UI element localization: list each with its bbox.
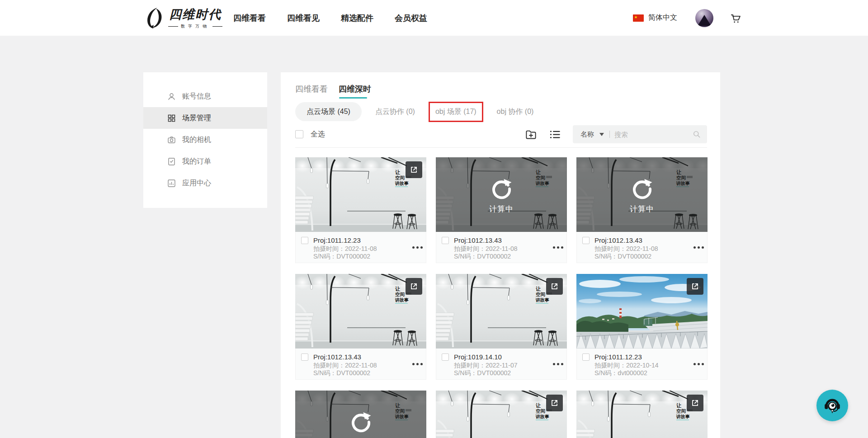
computing-overlay: 计算中 bbox=[295, 391, 426, 438]
card-thumbnail[interactable]: 让 空间 讲故事 bbox=[295, 157, 426, 232]
open-scene-icon[interactable] bbox=[687, 278, 703, 295]
card-thumbnail[interactable] bbox=[576, 274, 708, 349]
card-checkbox[interactable] bbox=[442, 353, 449, 361]
card-sn-value: dvt000002 bbox=[618, 369, 647, 377]
cart-icon[interactable] bbox=[729, 12, 742, 24]
card-shoot-label: 拍摄时间： bbox=[454, 362, 486, 369]
svg-text:空间: 空间 bbox=[395, 292, 405, 297]
open-scene-icon[interactable] bbox=[406, 278, 422, 295]
search-category-select[interactable]: 名称 bbox=[580, 130, 594, 139]
filter-pointcloud-collab[interactable]: 点云协作 (0) bbox=[375, 107, 415, 117]
china-flag-icon bbox=[633, 14, 644, 22]
list-view-icon[interactable] bbox=[549, 128, 561, 141]
customer-service-button[interactable] bbox=[816, 390, 848, 421]
card-sn-value: DVT000002 bbox=[477, 369, 511, 377]
card-info: Proj:1012.13.43 拍摄时间：2022-11-08 S/N码：DVT… bbox=[295, 349, 426, 380]
scene-card: 让 空间 讲故事 计算中 bbox=[295, 391, 426, 438]
top-navbar: 四维时代 数字万物 四维看看 四维看见 精选配件 会员权益 简体中文 bbox=[0, 0, 868, 36]
sidebar-item-my-orders[interactable]: 我的订单 bbox=[143, 151, 267, 172]
select-all-checkbox[interactable] bbox=[295, 130, 303, 138]
card-thumbnail[interactable]: 让 空间 讲故事 bbox=[436, 391, 567, 438]
card-shoot-label: 拍摄时间： bbox=[594, 245, 626, 252]
svg-text:讲故事: 讲故事 bbox=[395, 297, 409, 302]
toolbar: 全选 名称 bbox=[295, 125, 707, 143]
card-shoot-label: 拍摄时间： bbox=[313, 362, 345, 369]
more-options-icon[interactable] bbox=[698, 246, 700, 249]
tab-siwei-kankan[interactable]: 四维看看 bbox=[295, 84, 328, 98]
card-shoot-date: 2022-11-08 bbox=[486, 245, 518, 252]
user-icon bbox=[167, 92, 176, 101]
card-thumbnail[interactable]: 让 空间 讲故事 计算中 bbox=[295, 391, 426, 438]
card-shoot-label: 拍摄时间： bbox=[594, 362, 626, 369]
brand-logo[interactable]: 四维时代 数字万物 bbox=[144, 6, 222, 29]
open-scene-icon[interactable] bbox=[687, 395, 703, 411]
svg-text:讲故事: 讲故事 bbox=[535, 414, 549, 419]
card-sn-value: DVT000002 bbox=[618, 253, 651, 260]
open-scene-icon[interactable] bbox=[546, 278, 563, 295]
camera-icon bbox=[167, 135, 176, 145]
nav-item-kankan[interactable]: 四维看看 bbox=[233, 13, 266, 24]
sidebar-item-app-center[interactable]: 应用中心 bbox=[143, 172, 267, 194]
computing-overlay: 计算中 bbox=[576, 157, 708, 232]
filter-obj-scene[interactable]: obj 场景 (17) bbox=[435, 107, 476, 117]
card-checkbox[interactable] bbox=[442, 237, 449, 244]
card-checkbox[interactable] bbox=[582, 237, 590, 244]
card-sn-label: S/N码： bbox=[594, 369, 618, 377]
card-checkbox[interactable] bbox=[301, 237, 308, 244]
scene-card: 让 空间 讲故事 计算中 Proj:1012.13.43 拍摄时间：2022-1… bbox=[576, 157, 708, 263]
nav-item-membership[interactable]: 会员权益 bbox=[395, 13, 427, 24]
search-icon[interactable] bbox=[692, 130, 701, 139]
card-shoot-date: 2022-11-08 bbox=[345, 245, 377, 252]
sidebar-item-scene-management[interactable]: 场景管理 bbox=[143, 107, 267, 129]
support-mascot-icon bbox=[821, 395, 843, 416]
more-options-icon[interactable] bbox=[416, 246, 419, 249]
nav-item-kanjian[interactable]: 四维看见 bbox=[287, 13, 320, 24]
nav-item-accessories[interactable]: 精选配件 bbox=[341, 13, 373, 24]
search-input[interactable] bbox=[614, 131, 692, 138]
filter-obj-collab[interactable]: obj 协作 (0) bbox=[497, 107, 534, 117]
language-selector[interactable]: 简体中文 bbox=[648, 13, 677, 23]
card-sn-label: S/N码： bbox=[594, 253, 618, 260]
page: 四维时代 数字万物 四维看看 四维看见 精选配件 会员权益 简体中文 bbox=[0, 0, 868, 438]
sidebar-item-my-camera[interactable]: 我的相机 bbox=[143, 129, 267, 151]
card-thumbnail[interactable]: 让 空间 讲故事 计算中 bbox=[436, 157, 567, 232]
card-info: Proj:1012.13.43 拍摄时间：2022-11-08 S/N码：DVT… bbox=[576, 232, 708, 263]
annotation-highlight-box: obj 场景 (17) bbox=[429, 102, 483, 122]
svg-text:让: 让 bbox=[536, 403, 541, 408]
sidebar-item-account-info[interactable]: 账号信息 bbox=[143, 85, 267, 107]
card-shoot-date: 2022-11-08 bbox=[626, 245, 658, 252]
card-thumbnail[interactable]: 让 空间 讲故事 bbox=[295, 274, 426, 349]
header-right: 简体中文 bbox=[633, 0, 742, 36]
card-grid: 让 空间 讲故事 Proj:1011.12.23 拍摄时间：2022-11-08… bbox=[295, 157, 707, 438]
scene-card: 让 空间 讲故事 Proj:1011.12.23 拍摄时间：2022-11-08… bbox=[295, 157, 426, 263]
card-checkbox[interactable] bbox=[582, 353, 590, 361]
user-avatar[interactable] bbox=[695, 9, 713, 27]
card-checkbox[interactable] bbox=[301, 353, 308, 361]
chevron-down-icon[interactable] bbox=[599, 133, 604, 136]
card-thumbnail[interactable]: 让 空间 讲故事 bbox=[436, 274, 567, 349]
new-folder-icon[interactable] bbox=[525, 128, 537, 141]
card-info: Proj:1011.12.23 拍摄时间：2022-10-14 S/N码：dvt… bbox=[576, 349, 708, 380]
apps-icon bbox=[167, 179, 176, 188]
tab-siwei-shenshi[interactable]: 四维深时 bbox=[339, 84, 371, 98]
card-thumbnail[interactable]: 让 空间 讲故事 计算中 bbox=[576, 157, 708, 232]
logo-icon bbox=[144, 7, 165, 29]
scene-card: 让 空间 讲故事 Proj:1012.13.43 拍摄时间：2022-11-08… bbox=[295, 274, 426, 380]
open-scene-icon[interactable] bbox=[406, 161, 422, 178]
more-options-icon[interactable] bbox=[557, 363, 559, 365]
card-thumbnail[interactable]: 让 空间 讲故事 bbox=[576, 391, 708, 438]
svg-text:讲故事: 讲故事 bbox=[395, 181, 409, 186]
more-options-icon[interactable] bbox=[557, 246, 559, 249]
scene-card: 让 空间 讲故事 bbox=[436, 391, 567, 438]
more-options-icon[interactable] bbox=[698, 363, 700, 365]
filter-pointcloud-scene[interactable]: 点云场景 (45) bbox=[295, 102, 362, 121]
main-nav: 四维看看 四维看见 精选配件 会员权益 bbox=[233, 0, 427, 36]
card-info: Proj:1019.14.10 拍摄时间：2022-11-07 S/N码：DVT… bbox=[436, 349, 567, 380]
order-icon bbox=[167, 157, 176, 166]
computing-label: 计算中 bbox=[489, 204, 514, 214]
svg-text:让: 让 bbox=[676, 403, 681, 408]
refresh-icon bbox=[630, 175, 654, 200]
more-options-icon[interactable] bbox=[416, 363, 419, 365]
card-shoot-date: 2022-10-14 bbox=[626, 362, 659, 369]
open-scene-icon[interactable] bbox=[546, 395, 563, 411]
